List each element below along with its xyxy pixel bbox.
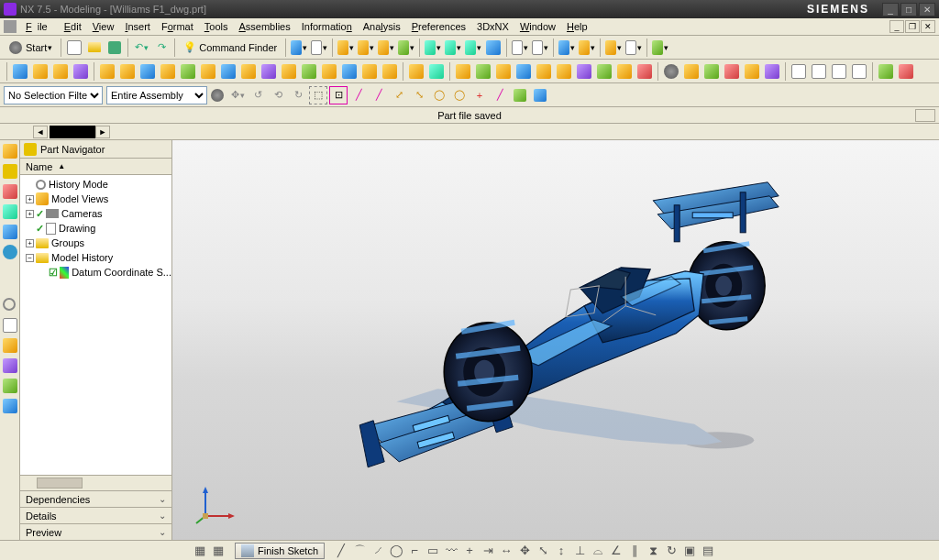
sketch-prev-icon[interactable]: ▦ [193, 544, 207, 558]
maximize-button[interactable]: □ [900, 3, 917, 16]
tree-item-drawing[interactable]: Drawing [20, 221, 171, 236]
tb1-14[interactable]: ▾ [578, 38, 596, 57]
expand-icon[interactable]: + [26, 210, 34, 218]
resource-hd3d-icon[interactable] [3, 225, 17, 239]
new-button[interactable] [65, 38, 83, 57]
snap-7[interactable]: ◯ [450, 86, 469, 104]
tb2-3[interactable] [51, 62, 70, 81]
close-button[interactable]: ✕ [919, 3, 935, 16]
resource-browser-icon[interactable] [3, 245, 17, 259]
tb2-13[interactable] [260, 62, 278, 81]
tb2-7[interactable] [138, 62, 157, 81]
menu-format[interactable]: Format [156, 19, 199, 34]
tb1-12[interactable]: ▾ [531, 38, 549, 57]
tb2-39[interactable] [810, 62, 828, 81]
tb2-31[interactable] [635, 62, 654, 81]
sk-mirror-icon[interactable]: ⧗ [646, 544, 660, 558]
sk-arc-icon[interactable]: ⌒ [352, 544, 367, 558]
menu-insert[interactable]: Insert [119, 19, 156, 34]
tb2-9[interactable] [179, 62, 197, 81]
resource-r1-icon[interactable] [3, 358, 17, 373]
resource-r3-icon[interactable] [3, 399, 17, 413]
tb2-38[interactable] [790, 62, 808, 81]
sketch-prev2-icon[interactable]: ▦ [211, 544, 226, 558]
tb2-15[interactable] [300, 62, 318, 81]
finish-sketch-button[interactable]: Finish Sketch [235, 543, 325, 559]
selection-filter-dropdown[interactable]: No Selection Filter [4, 86, 103, 104]
model-f1-car[interactable] [309, 169, 823, 499]
view-triad[interactable] [194, 481, 240, 527]
snap-4[interactable]: ⤢ [390, 86, 408, 104]
menu-file[interactable]: File [20, 19, 59, 34]
tb1-3[interactable]: ▾ [337, 38, 355, 57]
status-right-icon[interactable] [915, 109, 935, 122]
sel-5[interactable]: ↻ [289, 86, 307, 104]
section-dependencies[interactable]: Dependencies ⌄ [20, 490, 171, 507]
tb2-26[interactable] [535, 62, 553, 81]
tb2-28[interactable] [575, 62, 593, 81]
sk-trim-icon[interactable]: ⟋ [370, 544, 385, 558]
tb1-10[interactable] [484, 38, 503, 57]
tb1-1[interactable]: ▾ [290, 38, 308, 57]
sel-1[interactable] [208, 86, 226, 104]
resource-reuse-icon[interactable] [3, 204, 17, 219]
resource-r2-icon[interactable] [3, 379, 17, 393]
section-preview[interactable]: Preview ⌄ [20, 523, 171, 540]
tree-item-datum-csys[interactable]: ☑ Datum Coordinate S... [20, 265, 171, 280]
tree-item-model-history[interactable]: − Model History [20, 250, 171, 265]
tb2-22[interactable] [454, 62, 472, 81]
tb2-16[interactable] [320, 62, 338, 81]
tb2-34[interactable] [702, 62, 721, 81]
collapse-icon[interactable]: − [26, 254, 34, 262]
undo-button[interactable]: ↶▾ [132, 38, 150, 57]
sel-6[interactable]: ⬚ [309, 86, 327, 104]
tb1-15[interactable]: ▾ [604, 38, 623, 57]
scroll-thumb[interactable] [37, 478, 83, 489]
snap-5[interactable]: ⤡ [410, 86, 428, 104]
tb1-6[interactable]: ▾ [397, 38, 415, 57]
tb2-41[interactable] [850, 62, 868, 81]
tb1-16[interactable]: ▾ [624, 38, 643, 57]
save-button[interactable] [105, 38, 124, 57]
minimize-button[interactable]: _ [882, 3, 899, 16]
tab-prev-button[interactable]: ◄ [33, 126, 48, 138]
tb1-11[interactable]: ▾ [511, 38, 529, 57]
navigator-hscroll[interactable] [20, 475, 171, 490]
sel-3[interactable]: ↺ [249, 86, 267, 104]
redo-button[interactable]: ↷ [152, 38, 171, 57]
menu-assemblies[interactable]: Assemblies [233, 19, 295, 34]
command-finder-button[interactable]: 💡 Command Finder [179, 38, 282, 57]
resource-history-icon[interactable] [3, 298, 17, 313]
snap-8[interactable]: + [470, 86, 489, 104]
sk-dim1-icon[interactable]: ⇥ [481, 544, 495, 558]
tb2-10[interactable] [199, 62, 217, 81]
sk-constr-icon[interactable]: ∥ [627, 544, 642, 558]
tb2-23[interactable] [474, 62, 492, 81]
sk-dim4-icon[interactable]: ↕ [554, 544, 569, 558]
sk-perp-icon[interactable]: ⊥ [572, 544, 587, 558]
tb1-7[interactable]: ▾ [424, 38, 442, 57]
tb2-40[interactable] [830, 62, 848, 81]
tree-item-cameras[interactable]: + Cameras [20, 206, 171, 221]
tb2-25[interactable] [514, 62, 533, 81]
tb1-2[interactable]: ▾ [310, 38, 328, 57]
resource-assembly-navigator-icon[interactable] [3, 144, 17, 159]
menu-3dxnx[interactable]: 3DxNX [471, 19, 514, 34]
resource-part-navigator-icon[interactable] [3, 164, 17, 179]
tb2-5[interactable] [98, 62, 116, 81]
resource-system-icon[interactable] [3, 338, 17, 353]
sk-update-icon[interactable]: ↻ [664, 544, 679, 558]
tb1-9[interactable]: ▾ [464, 38, 482, 57]
tb1-8[interactable]: ▾ [444, 38, 462, 57]
snap-6[interactable]: ◯ [430, 86, 448, 104]
snap-3[interactable]: ╱ [370, 86, 388, 104]
tb2-33[interactable] [682, 62, 701, 81]
tb2-43[interactable] [897, 62, 915, 81]
menu-tools[interactable]: Tools [199, 19, 234, 34]
menu-information[interactable]: Information [296, 19, 358, 34]
tb2-12[interactable] [239, 62, 258, 81]
expand-icon[interactable]: + [26, 239, 34, 247]
mdi-minimize[interactable]: _ [889, 20, 904, 33]
tb2-42[interactable] [877, 62, 895, 81]
sk-circle-icon[interactable]: ◯ [389, 544, 403, 558]
